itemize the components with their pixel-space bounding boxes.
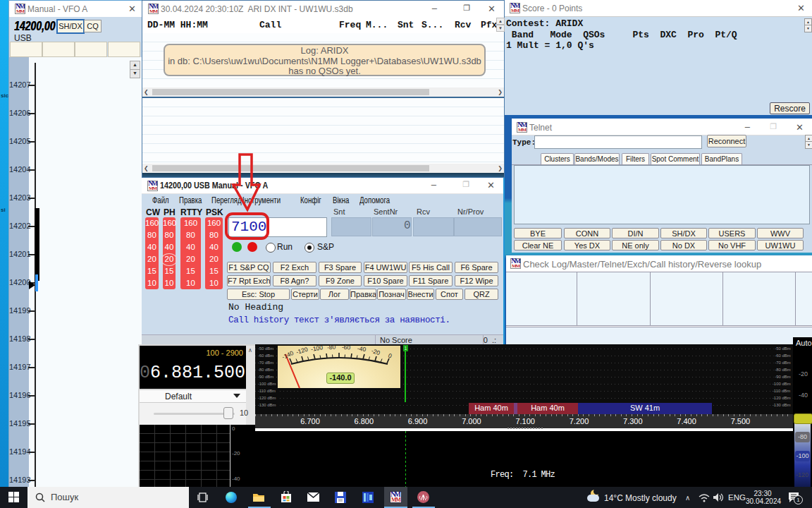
svg-text:-120: -120	[295, 346, 309, 356]
svg-text:0: 0	[387, 352, 393, 360]
svg-text:-80: -80	[327, 343, 336, 351]
svg-text:-40: -40	[357, 344, 367, 353]
svg-text:-60: -60	[342, 344, 351, 351]
svg-text:-20: -20	[371, 347, 381, 356]
svg-text:-100: -100	[310, 344, 324, 353]
